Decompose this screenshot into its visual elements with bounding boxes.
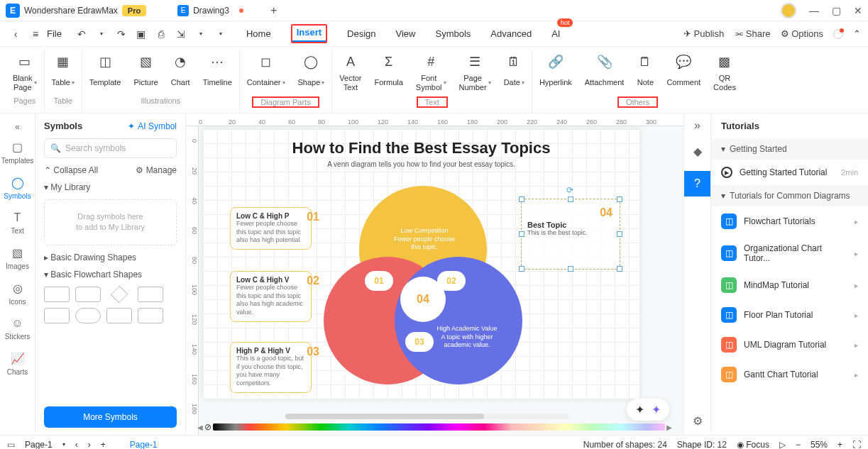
venn-badge-01[interactable]: 01 [365, 271, 393, 291]
diagram-subtitle[interactable]: A venn diagram tells you how to find you… [203, 160, 639, 168]
collapse-left-button[interactable]: « [12, 119, 23, 135]
magic-icon[interactable]: ✦ [652, 403, 661, 416]
prev-page-button[interactable]: ‹ [75, 440, 78, 450]
close-button[interactable]: ✕ [854, 5, 862, 16]
more-symbols-button[interactable]: More Symbols [44, 406, 177, 428]
manage-button[interactable]: ⚙ Manage [136, 165, 177, 175]
resize-handle[interactable] [519, 266, 524, 272]
shape-misc2[interactable] [138, 308, 163, 323]
color-next-button[interactable]: ▶ [666, 423, 672, 431]
formula-button[interactable]: ΣFormula [375, 54, 403, 92]
tab-insert[interactable]: Insert [291, 24, 327, 43]
color-prev-button[interactable]: ◀ [197, 423, 203, 431]
resize-handle[interactable] [568, 196, 573, 202]
notifications-icon[interactable] [833, 29, 843, 39]
publish-button[interactable]: ✈ Publish [683, 28, 724, 39]
shape-misc1[interactable] [106, 308, 132, 323]
fit-button[interactable]: ⛶ [852, 440, 861, 450]
ai-tools-icon[interactable]: ✦ [635, 403, 644, 416]
library-drop-zone[interactable]: Drag symbols hereto add to My Library [44, 199, 177, 245]
shape-rect2[interactable] [138, 287, 163, 302]
tutorial-item[interactable]: ◫MindMap Tutorial▸ [711, 270, 868, 300]
hyperlink-button[interactable]: 🔗Hyperlink [539, 54, 572, 92]
tutorial-item[interactable]: ◫UML Diagram Tutorial▸ [711, 330, 868, 360]
tutorials-section-2[interactable]: ▾ Tutorials for Common Diagrams [711, 185, 868, 206]
tab-home[interactable]: Home [246, 24, 271, 43]
user-avatar[interactable] [781, 3, 796, 18]
timeline-button[interactable]: ⋯Timeline [203, 54, 232, 92]
selected-text-box[interactable]: ⟳ 04 Best Topic This is the best topic. [521, 199, 620, 270]
tutorial-item[interactable]: ◫Gantt Chart Tutorial▸ [711, 360, 868, 389]
comment-button[interactable]: 💬Comment [666, 54, 701, 92]
collapse-ribbon-button[interactable]: ⌃ [853, 28, 861, 39]
shape-rect3[interactable] [44, 308, 70, 323]
export-dropdown[interactable]: ▾ [192, 26, 209, 43]
ai-symbol-button[interactable]: ✦ AI Symbol [128, 121, 177, 131]
presentation-button[interactable]: ▷ [779, 440, 786, 450]
container-button[interactable]: ◻Container▾ [247, 54, 285, 92]
next-page-button[interactable]: › [88, 440, 91, 450]
focus-button[interactable]: ◉ Focus [737, 440, 769, 450]
tutorials-section-1[interactable]: ▾ Getting Started [711, 138, 868, 160]
shape-diamond[interactable] [106, 287, 132, 302]
fill-icon[interactable]: ◆ [693, 145, 702, 158]
page-label[interactable]: Page-1 [25, 440, 53, 450]
rail-templates[interactable]: ▢Templates [0, 135, 35, 170]
tab-view[interactable]: View [396, 24, 416, 43]
zoom-in-button[interactable]: + [837, 440, 842, 450]
zoom-level[interactable]: 55% [811, 440, 828, 450]
shape-button[interactable]: ◯Shape▾ [298, 54, 325, 92]
attachment-button[interactable]: 📎Attachment [585, 54, 625, 92]
font-symbol-button[interactable]: #Font Symbol▾ [416, 54, 446, 92]
tab-advanced[interactable]: Advanced [490, 24, 532, 43]
undo-dropdown[interactable]: ▾ [93, 26, 110, 43]
date-button[interactable]: 🗓Date▾ [504, 54, 524, 92]
print-button[interactable]: ⎙ [153, 26, 170, 43]
shape-rect[interactable] [44, 287, 70, 302]
rail-charts[interactable]: 📈Charts [0, 346, 35, 382]
symbol-search-input[interactable]: 🔍 Search symbols [44, 138, 177, 158]
collapse-all-button[interactable]: ⌃ Collapse All [44, 165, 98, 175]
rail-text[interactable]: TText [0, 206, 35, 240]
zoom-out-button[interactable]: − [796, 440, 801, 450]
page-dropdown[interactable]: ▾ [62, 441, 65, 448]
no-color-icon[interactable]: ⊘ [204, 422, 211, 432]
tab-symbols[interactable]: Symbols [435, 24, 471, 43]
blank-page-button[interactable]: ▭Blank Page▾ [13, 54, 37, 92]
document-tab[interactable]: E Drawing3 [167, 2, 253, 19]
current-page-label[interactable]: Page-1 [130, 440, 158, 450]
tab-ai[interactable]: AIhot [551, 24, 560, 43]
tutorial-getting-started[interactable]: ▶ Getting Started Tutorial 2min [711, 160, 868, 185]
maximize-button[interactable]: ▢ [832, 5, 841, 16]
callout-01[interactable]: 01Low C & High PFewer people choose this… [230, 207, 312, 250]
settings-icon[interactable]: ⚙ [693, 414, 703, 428]
tutorial-item[interactable]: ◫Organizational Chart Tutor...▸ [711, 236, 868, 270]
save-button[interactable]: ▣ [133, 26, 150, 43]
minimize-button[interactable]: — [809, 5, 819, 16]
options-button[interactable]: ⚙ Options [781, 28, 823, 39]
tutorial-item[interactable]: ◫Floor Plan Tutorial▸ [711, 300, 868, 330]
rail-symbols[interactable]: ◯Symbols [0, 170, 35, 206]
rail-images[interactable]: ▧Images [0, 240, 35, 276]
menu-icon[interactable]: ≡ [27, 26, 44, 43]
flowchart-shapes-section[interactable]: ▾ Basic Flowchart Shapes [44, 270, 177, 279]
tab-design[interactable]: Design [347, 24, 375, 43]
back-button[interactable]: ‹ [7, 26, 24, 43]
basic-shapes-section[interactable]: ▸ Basic Drawing Shapes [44, 253, 177, 262]
resize-handle[interactable] [568, 266, 573, 272]
export-button[interactable]: ⇲ [172, 26, 189, 43]
resize-handle[interactable] [617, 266, 622, 272]
help-icon[interactable]: ? [684, 171, 711, 196]
color-palette[interactable] [213, 423, 665, 431]
venn-text-2[interactable]: High Academic Value A topic with higher … [432, 325, 502, 350]
redo-button[interactable]: ↷ [113, 26, 130, 43]
venn-badge-03[interactable]: 03 [405, 332, 434, 352]
callout-02[interactable]: 02Low C & High VFewer people choose this… [230, 271, 312, 322]
rail-icons[interactable]: ◎Icons [0, 276, 35, 311]
share-button[interactable]: ⫘ Share [734, 28, 770, 39]
vector-text-button[interactable]: AVector Text [339, 54, 361, 92]
venn-center[interactable]: 04 [400, 277, 446, 322]
picture-button[interactable]: ▧Picture [133, 54, 158, 92]
rail-stickers[interactable]: ☺Stickers [0, 311, 35, 346]
add-page-button[interactable]: + [101, 440, 106, 450]
